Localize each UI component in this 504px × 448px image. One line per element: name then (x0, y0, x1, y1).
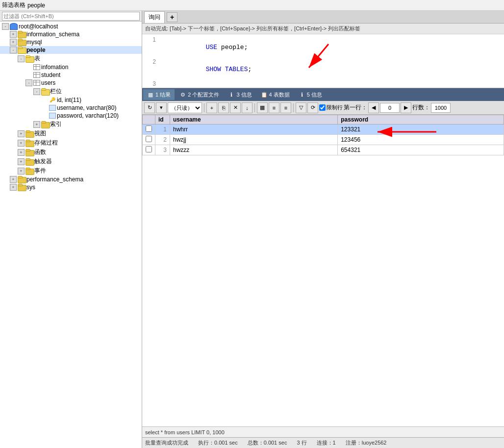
expand-people[interactable]: - (10, 47, 17, 53)
dropdown-button[interactable]: ▾ (156, 102, 167, 113)
arrow-result (142, 115, 504, 426)
connection-info: 连接：1 (317, 439, 336, 447)
tree-node-performance-schema[interactable]: + performance_schema (0, 175, 142, 183)
row-select-3[interactable] (146, 146, 152, 152)
sql-display-text: select * from users LIMIT 0, 1000 (145, 429, 225, 435)
table-row[interactable]: 3 hwzzz 654321 (143, 145, 504, 155)
limit-checkbox-group: 限制行 (319, 104, 343, 111)
row-checkbox-1[interactable] (143, 124, 155, 135)
readonly-select[interactable]: （只读） (168, 102, 202, 113)
info2-tab-label: 5 信息 (307, 91, 322, 99)
users-label: users (41, 79, 55, 86)
expand-users[interactable]: - (25, 79, 32, 86)
events-label: 事件 (34, 167, 46, 175)
tab-info[interactable]: ℹ 3 信息 (224, 89, 255, 100)
filter-input[interactable] (2, 12, 140, 21)
expand-views[interactable]: + (18, 130, 25, 137)
row-select-2[interactable] (146, 136, 152, 142)
tree-node-username-col[interactable]: username, varchar(80) (0, 104, 142, 112)
grid-view-button[interactable]: ▦ (257, 102, 268, 113)
tree-node-student[interactable]: student (0, 71, 142, 79)
import-button[interactable]: ↓ (242, 102, 252, 113)
filter-button[interactable]: ▽ (296, 102, 306, 113)
show-semi: ; (248, 66, 252, 73)
first-row-label: 第一行： (344, 103, 367, 112)
prev-page-button[interactable]: ◀ (368, 102, 379, 113)
expand-root[interactable]: - (2, 23, 9, 30)
tree-node-people[interactable]: - people (0, 46, 142, 54)
tree-node-columns[interactable]: - 栏位 (0, 87, 142, 96)
expand-events[interactable]: + (18, 168, 25, 174)
header-checkbox (143, 115, 155, 124)
triggers-folder-icon (25, 159, 33, 165)
tree-node-stored-procs[interactable]: + 存储过程 (0, 138, 142, 148)
query-tab[interactable]: 询问 (144, 11, 165, 23)
sys-label: sys (26, 184, 35, 191)
tree-node-tables[interactable]: - 表 (0, 54, 142, 63)
copy-row-button[interactable]: ⎘ (218, 102, 229, 113)
top-bar: 筛选表格 people (0, 0, 504, 11)
status-bar: 批量查询成功完成 执行：0.001 sec 总数：0.001 sec 3 行 连… (142, 437, 504, 448)
first-row-input[interactable] (380, 103, 400, 113)
row-count-input[interactable] (431, 103, 451, 113)
tree-node-functions[interactable]: + 函数 (0, 148, 142, 157)
line-code-1: USE people; (160, 36, 248, 58)
tab-add-button[interactable]: + (167, 12, 177, 22)
tree-node-information-schema[interactable]: + information_schema (0, 30, 142, 38)
tab-table-data[interactable]: 📋 4 表数据 (257, 89, 294, 100)
exec-time: 执行：0.001 sec (198, 439, 238, 447)
table-row[interactable]: 2 hwzjj 123456 (143, 135, 504, 145)
line-num-3: 3 (144, 80, 156, 87)
delete-row-button[interactable]: ✕ (230, 102, 241, 113)
row-checkbox-2[interactable] (143, 135, 155, 145)
stored-procs-folder-icon (25, 140, 33, 146)
table-row[interactable]: 1 hwhrr 123321 (143, 124, 504, 135)
expand-mysql[interactable]: + (10, 39, 17, 46)
refresh-button[interactable]: ↻ (144, 102, 155, 113)
expand-performance-schema[interactable]: + (10, 176, 17, 183)
indexes-label: 索引 (50, 120, 62, 128)
refresh2-button[interactable]: ⟳ (307, 102, 318, 113)
limit-checkbox[interactable] (319, 104, 326, 111)
db-folder-icon-information (18, 31, 25, 37)
tree-node-triggers[interactable]: + 触发器 (0, 157, 142, 166)
tree-node-id-col[interactable]: 🔑 id, int(11) (0, 96, 142, 104)
tree-node-infomation[interactable]: infomation (0, 63, 142, 71)
tree-area: - root@localhost + information_schema + … (0, 22, 142, 448)
form-view-button[interactable]: ≡ (269, 102, 279, 113)
tab-config[interactable]: ⚙ 2 个配置文件 (176, 89, 223, 100)
table-data-tab-icon: 📋 (261, 91, 268, 98)
tab-results[interactable]: ▦ 1 结果 (143, 89, 175, 100)
tab-info2[interactable]: ℹ 5 信息 (295, 89, 326, 100)
next-page-button[interactable]: ▶ (401, 102, 411, 113)
expand-stored-procs[interactable]: + (18, 140, 25, 147)
result-table: id username password 1 hwhrr 123321 (142, 115, 504, 155)
batch-status: 批量查询成功完成 (145, 439, 188, 447)
expand-triggers[interactable]: + (18, 158, 25, 165)
tree-node-mysql[interactable]: + mysql (0, 38, 142, 46)
query-tab-bar: 询问 + (142, 11, 504, 24)
tree-node-views[interactable]: + 视图 (0, 129, 142, 138)
tree-node-password-col[interactable]: password, varchar(120) (0, 112, 142, 120)
expand-functions[interactable]: + (18, 149, 25, 156)
expand-indexes[interactable]: + (33, 121, 40, 128)
tree-node-indexes[interactable]: + 索引 (0, 120, 142, 129)
row-select-1[interactable] (146, 125, 152, 132)
row-username-3: hwzzz (170, 145, 338, 155)
student-label: student (41, 72, 60, 78)
row-id-3: 3 (155, 145, 170, 155)
tree-node-events[interactable]: + 事件 (0, 166, 142, 175)
tree-node-root[interactable]: - root@localhost (0, 23, 142, 30)
tree-node-sys[interactable]: + sys (0, 183, 142, 191)
row-username-2: hwzjj (170, 135, 338, 145)
expand-columns[interactable]: - (33, 88, 40, 95)
tables-label: 表 (34, 54, 40, 63)
add-row-button[interactable]: + (206, 102, 217, 113)
expand-information-schema[interactable]: + (10, 31, 17, 38)
expand-tables[interactable]: - (18, 55, 25, 62)
query-editor[interactable]: 1 USE people; 2 SHOW TABLES; 3 (142, 34, 504, 88)
row-checkbox-3[interactable] (143, 145, 155, 155)
text-view-button[interactable]: ≡ (280, 102, 291, 113)
expand-sys[interactable]: + (10, 184, 17, 191)
tree-node-users[interactable]: - users (0, 79, 142, 87)
